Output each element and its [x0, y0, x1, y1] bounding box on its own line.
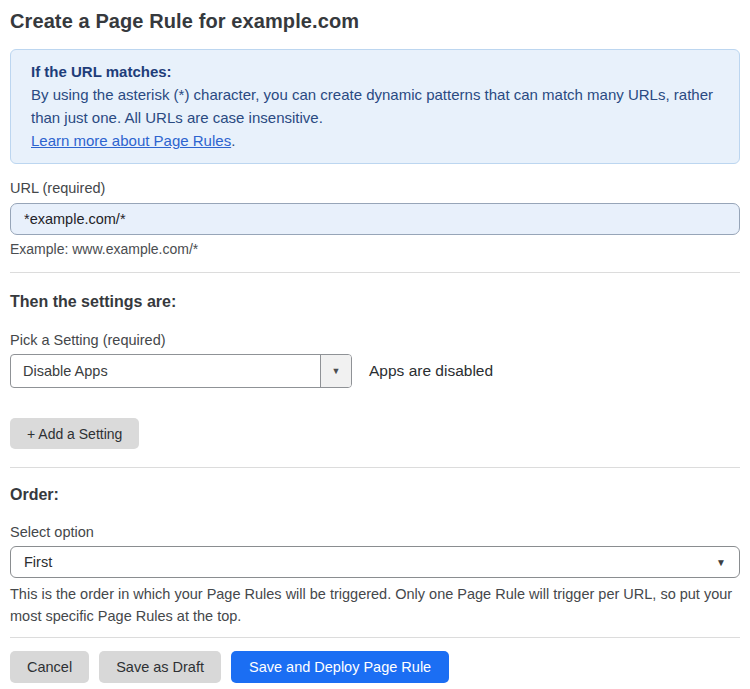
- order-select-value: First: [24, 554, 716, 570]
- order-select-dropdown[interactable]: First ▼: [10, 546, 740, 578]
- settings-section-heading: Then the settings are:: [10, 292, 740, 311]
- setting-picker-label: Pick a Setting (required): [10, 332, 740, 349]
- setting-picker-arrow-button[interactable]: ▼: [320, 355, 351, 387]
- setting-picker-dropdown[interactable]: Disable Apps ▼: [10, 354, 352, 388]
- url-example-helper: Example: www.example.com/*: [10, 241, 740, 258]
- link-suffix: .: [231, 132, 235, 149]
- add-setting-button[interactable]: + Add a Setting: [10, 418, 139, 449]
- setting-row: Disable Apps ▼ Apps are disabled: [10, 354, 740, 388]
- page-title: Create a Page Rule for example.com: [10, 8, 740, 34]
- setting-picker-value: Disable Apps: [11, 355, 320, 387]
- info-box-heading: If the URL matches:: [31, 60, 719, 83]
- caret-down-icon: ▼: [332, 366, 341, 376]
- url-match-info-box: If the URL matches: By using the asteris…: [10, 49, 740, 164]
- divider: [10, 637, 740, 638]
- cancel-button[interactable]: Cancel: [10, 651, 89, 683]
- setting-status-text: Apps are disabled: [369, 362, 493, 380]
- order-section-heading: Order:: [10, 485, 740, 504]
- url-field-label: URL (required): [10, 180, 740, 197]
- page-rule-form: Create a Page Rule for example.com If th…: [0, 0, 750, 689]
- order-helper-text: This is the order in which your Page Rul…: [10, 583, 740, 627]
- save-as-draft-button[interactable]: Save as Draft: [99, 651, 221, 683]
- info-box-link-line: Learn more about Page Rules.: [31, 129, 719, 152]
- info-box-body: By using the asterisk (*) character, you…: [31, 83, 719, 129]
- divider: [10, 272, 740, 273]
- order-select-label: Select option: [10, 524, 740, 541]
- save-and-deploy-button[interactable]: Save and Deploy Page Rule: [231, 651, 449, 683]
- learn-more-link[interactable]: Learn more about Page Rules: [31, 132, 231, 149]
- url-input[interactable]: [10, 203, 740, 235]
- divider: [10, 467, 740, 468]
- footer-actions: Cancel Save as Draft Save and Deploy Pag…: [10, 651, 740, 683]
- caret-down-icon: ▼: [716, 557, 726, 568]
